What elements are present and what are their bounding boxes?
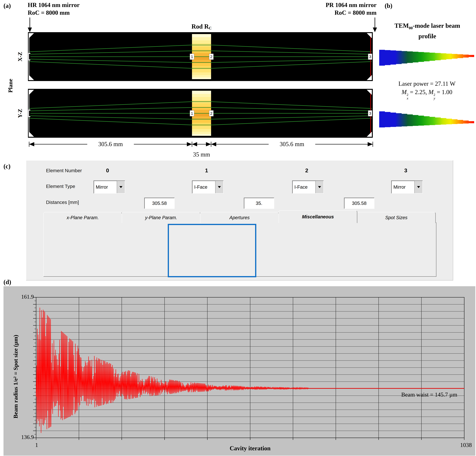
element-number-1: 1 [201,167,212,174]
profile-step [401,51,407,63]
chevron-down-icon [119,186,122,190]
x-axis-start-label: 1 [35,442,38,448]
profile-step [435,53,441,60]
beam-profile-y [379,111,474,128]
profile-step [396,113,402,127]
cavity-view-xz: 1 2 3 [28,32,373,81]
element-type-select-0[interactable]: Mirror [94,181,125,193]
dimension-middle-label: 35 mm [184,151,219,158]
profile-step [441,118,446,125]
plane-axis-label: Plane [7,74,14,97]
beam-quality-highlight-box [168,224,256,277]
cavity-xz-overlay: 1 2 3 [28,32,373,81]
tab-y-plane-param[interactable]: y-Plane Param. [122,212,201,223]
element-type-value-1: I-Face [192,181,215,193]
profile-step [379,50,385,66]
element-type-value-0: Mirror [94,181,117,193]
rod-face-marker-1: 1 [191,111,193,115]
profile-step [468,55,474,57]
hr-mirror-line2: RoC = 8000 mm [28,9,80,17]
element-number-row-label: Element Number [46,168,82,173]
profile-step [413,52,418,62]
element-type-select-2[interactable]: I-Face [292,181,324,193]
element-number-3: 3 [400,167,412,174]
panel-d-label: (d) [3,278,11,286]
y-axis-title: Beam radius 1/e² = Spot size (µm) [12,289,20,456]
profile-step [463,121,469,123]
beam-ray [29,59,372,62]
profile-step [441,53,446,60]
x-axis-title: Cavity iteration [192,445,308,452]
panel-b-label: (b) [385,2,392,9]
laser-power-text: Laser power = 27.11 W [379,80,475,87]
element-type-select-3[interactable]: Mirror [391,181,423,193]
tab-x-plane-param[interactable]: x-Plane Param. [43,212,122,223]
profile-step [468,121,474,123]
m2-values-text: M2x = 2.25, M2y = 1.00 [379,89,475,100]
profile-step [385,112,391,127]
convergence-chart-panel: 161.9 136.9 Beam radius 1/e² = Spot size… [3,286,475,456]
profile-step [385,50,391,65]
profile-step [435,118,441,125]
chevron-down-icon [218,186,221,190]
convergence-chart [36,297,464,438]
element-type-value-2: I-Face [292,181,315,193]
chevron-down-icon [318,186,321,190]
beam-ray [29,51,372,54]
distances-row-label: Distances [mm] [46,200,79,205]
tab-apertures[interactable]: Apertures [200,212,279,223]
cavity-yz-overlay: 1 2 3 [28,89,373,138]
x-axis-end-label: 1038 [446,442,472,448]
rod-face-marker-1: 1 [191,54,193,59]
beam-profile-title: TEM00-mode laser beam profile [379,22,476,40]
dimension-left-label: 305.6 mm [87,140,134,148]
profile-step [452,54,458,59]
figure-page: (a) HR 1064 nm mirror RoC = 8000 mm PR 1… [0,0,476,456]
dropdown-button[interactable] [315,181,323,193]
panel-a-label: (a) [3,2,11,9]
profile-step [407,52,413,63]
profile-step [429,53,435,61]
hr-mirror-label: HR 1064 nm mirror RoC = 8000 mm [28,1,80,17]
hr-arrow-icon [27,18,33,32]
rod-face-marker-2: 2 [210,54,212,59]
dropdown-button[interactable] [215,181,223,193]
profile-step [390,113,396,127]
profile-step [401,114,407,126]
yz-plane-label: Y-Z [17,104,23,123]
dimension-right-label: 305.6 mm [269,140,315,148]
chevron-down-icon [417,186,420,190]
profile-step [379,111,385,127]
tab-spot-sizes[interactable]: Spot Sizes [357,212,436,223]
profile-step [452,119,458,124]
profile-step [407,114,413,126]
profile-step [446,119,452,124]
profile-step [390,51,396,65]
panel-c-label: (c) [3,163,10,170]
element-number-0: 0 [102,167,113,174]
distance-input-2[interactable]: 305.58 [344,198,374,209]
element-type-select-1[interactable]: I-Face [192,181,224,193]
profile-step [424,52,430,61]
tab-miscellaneous[interactable]: Miscellaneous [279,210,357,223]
beam-waist-annotation: Beam waist = 145.7 µm [364,391,457,398]
beam-profile-x [379,50,474,66]
element-number-2: 2 [301,167,313,174]
profile-step [413,115,418,126]
profile-step [446,54,452,59]
distance-input-0[interactable]: 305.58 [144,198,175,209]
dropdown-button[interactable] [117,181,125,193]
cavity-view-yz: 1 2 3 [28,89,373,138]
xz-plane-label: X-Z [17,47,23,66]
profile-step [457,54,463,58]
pr-arrow-icon [372,18,378,32]
dropdown-button[interactable] [414,181,422,193]
profile-step [418,116,424,126]
element-type-row-label: Element Type [46,184,75,189]
mirror-marker-3: 3 [369,54,371,59]
profile-step [424,116,430,125]
mirror-marker-3: 3 [369,111,371,115]
rod-label: Rod RC [178,23,225,30]
distance-input-1[interactable]: 35. [244,198,274,209]
pr-mirror-line1: PR 1064 nm mirror [305,1,376,9]
